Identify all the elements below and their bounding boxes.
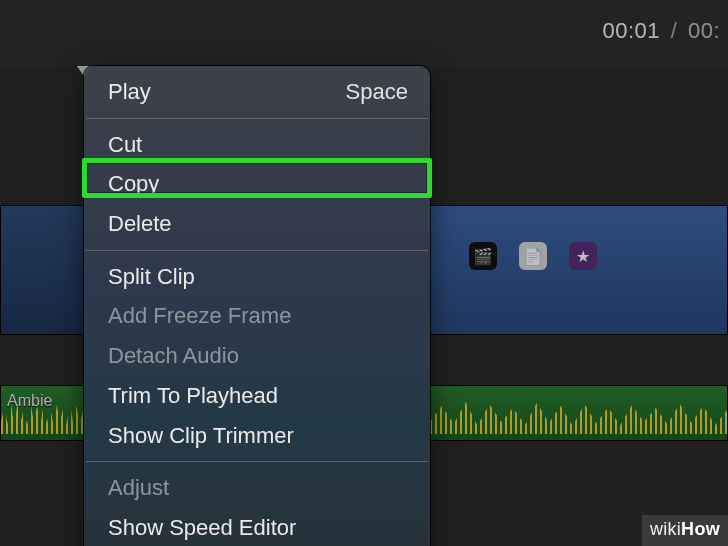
menu-item-label: Show Speed Editor (108, 513, 408, 543)
menu-item-label: Split Clip (108, 262, 408, 292)
watermark-suffix: How (681, 519, 720, 539)
menu-show-clip-trimmer[interactable]: Show Clip Trimmer (84, 416, 430, 456)
menu-separator (86, 461, 428, 462)
menu-item-shortcut: Space (346, 77, 408, 107)
wikihow-watermark: wikiHow (642, 515, 728, 546)
menu-item-label: Play (108, 77, 346, 107)
app-stage: 00:01 / 00: 🎬 📄 ★ Ambie (0, 0, 728, 546)
menu-separator (86, 118, 428, 119)
menu-separator (86, 250, 428, 251)
menu-item-label: Adjust (108, 473, 408, 503)
menu-item-label: Copy (108, 169, 408, 199)
menu-item-label: Add Freeze Frame (108, 301, 408, 331)
menu-copy[interactable]: Copy (84, 164, 430, 204)
menu-cut[interactable]: Cut (84, 125, 430, 165)
menu-add-freeze-frame: Add Freeze Frame (84, 296, 430, 336)
menu-play[interactable]: PlaySpace (84, 72, 430, 112)
watermark-prefix: wiki (650, 519, 681, 539)
menu-show-speed-editor[interactable]: Show Speed Editor (84, 508, 430, 546)
menu-item-label: Show Clip Trimmer (108, 421, 408, 451)
menu-trim-to-playhead[interactable]: Trim To Playhead (84, 376, 430, 416)
menu-delete[interactable]: Delete (84, 204, 430, 244)
menu-item-label: Delete (108, 209, 408, 239)
menu-item-label: Trim To Playhead (108, 381, 408, 411)
context-menu[interactable]: PlaySpaceCutCopyDeleteSplit ClipAdd Free… (84, 66, 430, 546)
menu-item-label: Cut (108, 130, 408, 160)
menu-item-label: Detach Audio (108, 341, 408, 371)
menu-detach-audio: Detach Audio (84, 336, 430, 376)
menu-adjust: Adjust (84, 468, 430, 508)
menu-split-clip[interactable]: Split Clip (84, 257, 430, 297)
